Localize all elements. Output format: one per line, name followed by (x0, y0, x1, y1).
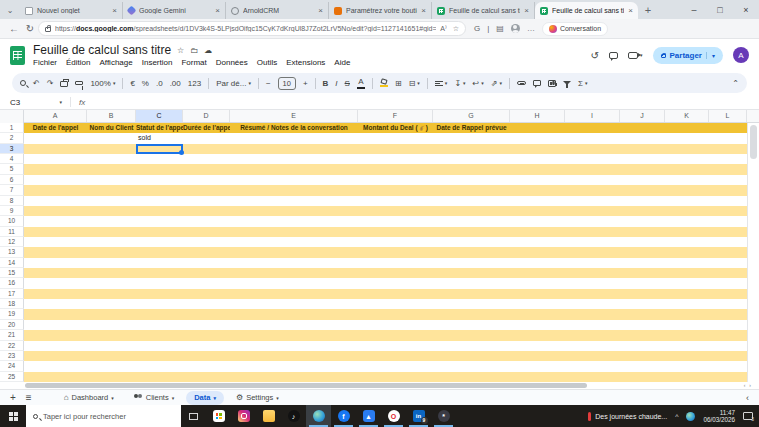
cell-L9[interactable] (709, 206, 747, 216)
cell-F8[interactable] (358, 196, 433, 206)
sheets-logo-icon[interactable] (10, 46, 25, 65)
cell-E15[interactable] (230, 268, 358, 278)
cell-D18[interactable] (183, 299, 230, 309)
cell-B3[interactable] (87, 144, 136, 154)
fill-color-button[interactable] (380, 79, 388, 87)
cell-L24[interactable] (709, 361, 747, 371)
cell-H19[interactable] (510, 309, 565, 319)
row-header-1[interactable]: 1 (0, 123, 24, 133)
cell-D1[interactable]: Durée de l'appel (183, 123, 230, 133)
cell-B21[interactable] (87, 330, 136, 340)
format-currency-button[interactable]: € (130, 79, 134, 88)
cell-A16[interactable] (24, 278, 87, 288)
opera-taskbar-button[interactable]: O (381, 405, 406, 427)
browser-tab-5[interactable]: Feuille de calcul sans titre - G× (535, 2, 638, 19)
row-header-8[interactable]: 8 (0, 196, 24, 206)
row-header-5[interactable]: 5 (0, 164, 24, 174)
cell-H8[interactable] (510, 196, 565, 206)
cell-B16[interactable] (87, 278, 136, 288)
minimize-button[interactable]: – (681, 5, 707, 15)
cell-L15[interactable] (709, 268, 747, 278)
cell-F2[interactable] (358, 133, 433, 143)
column-header-E[interactable]: E (230, 110, 358, 122)
cell-J1[interactable] (620, 123, 665, 133)
more-formats-button[interactable]: 123 (188, 79, 201, 88)
taskbar-clock[interactable]: 11:47 06/03/2026 (703, 409, 735, 423)
cell-H25[interactable] (510, 372, 565, 382)
cell-A7[interactable] (24, 185, 87, 195)
tab-close-icon[interactable]: × (112, 6, 117, 15)
cell-A9[interactable] (24, 206, 87, 216)
vertical-scrollbar[interactable] (747, 123, 759, 382)
horizontal-scrollbar-thumb[interactable] (25, 383, 587, 388)
cell-L10[interactable] (709, 216, 747, 226)
insert-comment-button[interactable] (533, 80, 541, 86)
row-header-19[interactable]: 19 (0, 309, 24, 319)
cell-B1[interactable]: Nom du Client (87, 123, 136, 133)
sheet-tab-menu-icon[interactable]: ▾ (172, 395, 175, 401)
cell-I14[interactable] (565, 258, 620, 268)
cell-J20[interactable] (620, 320, 665, 330)
cell-C5[interactable] (136, 164, 183, 174)
cell-F17[interactable] (358, 289, 433, 299)
favorite-star-icon[interactable]: ☆ (453, 25, 459, 33)
cell-I20[interactable] (565, 320, 620, 330)
row-header-16[interactable]: 16 (0, 278, 24, 288)
row-header-6[interactable]: 6 (0, 175, 24, 185)
cell-G11[interactable] (433, 227, 510, 237)
font-dropdown-icon[interactable]: ▾ (248, 80, 251, 86)
menu-extensions[interactable]: Extensions (286, 58, 325, 67)
cell-G23[interactable] (433, 351, 510, 361)
row-header-9[interactable]: 9 (0, 206, 24, 216)
cell-F25[interactable] (358, 372, 433, 382)
cell-C8[interactable] (136, 196, 183, 206)
facebook-taskbar-button[interactable]: f (331, 405, 356, 427)
row-header-2[interactable]: 2 (0, 133, 24, 143)
browser-tab-3[interactable]: Paramétrez votre boutique E× (329, 2, 432, 19)
cell-A14[interactable] (24, 258, 87, 268)
cell-F7[interactable] (358, 185, 433, 195)
cell-B20[interactable] (87, 320, 136, 330)
cell-H6[interactable] (510, 175, 565, 185)
column-header-D[interactable]: D (183, 110, 230, 122)
functions-dropdown-icon[interactable]: ▾ (585, 80, 588, 86)
cell-C2[interactable]: sold (136, 133, 183, 143)
cell-L7[interactable] (709, 185, 747, 195)
cell-D17[interactable] (183, 289, 230, 299)
tiktok-taskbar-button[interactable]: ♪ (281, 405, 306, 427)
cell-F16[interactable] (358, 278, 433, 288)
cell-A3[interactable] (24, 144, 87, 154)
menu-fichier[interactable]: Fichier (33, 58, 57, 67)
cell-L21[interactable] (709, 330, 747, 340)
side-panel-collapse-icon[interactable]: ‹ (746, 393, 749, 403)
cell-I16[interactable] (565, 278, 620, 288)
cell-I19[interactable] (565, 309, 620, 319)
cell-I5[interactable] (565, 164, 620, 174)
cell-L2[interactable] (709, 133, 747, 143)
chatgpt-taskbar-button[interactable]: * (431, 405, 456, 427)
column-header-F[interactable]: F (358, 110, 433, 122)
cell-G10[interactable] (433, 216, 510, 226)
edge-taskbar-button[interactable] (306, 405, 331, 427)
cell-B23[interactable] (87, 351, 136, 361)
row-header-24[interactable]: 24 (0, 361, 24, 371)
notification-center-icon[interactable]: 3 (743, 412, 753, 420)
cell-L6[interactable] (709, 175, 747, 185)
cell-G15[interactable] (433, 268, 510, 278)
cell-H7[interactable] (510, 185, 565, 195)
cell-I10[interactable] (565, 216, 620, 226)
functions-button[interactable]: Σ▾ (578, 79, 587, 88)
cell-F14[interactable] (358, 258, 433, 268)
cell-L25[interactable] (709, 372, 747, 382)
start-button[interactable] (0, 405, 26, 427)
cell-H16[interactable] (510, 278, 565, 288)
cell-G21[interactable] (433, 330, 510, 340)
cell-A1[interactable]: Date de l'appel (24, 123, 87, 133)
cell-K14[interactable] (665, 258, 709, 268)
cell-D5[interactable] (183, 164, 230, 174)
cell-F3[interactable] (358, 144, 433, 154)
cell-L14[interactable] (709, 258, 747, 268)
photos-taskbar-button[interactable]: ▲ (356, 405, 381, 427)
cell-D15[interactable] (183, 268, 230, 278)
cell-K17[interactable] (665, 289, 709, 299)
